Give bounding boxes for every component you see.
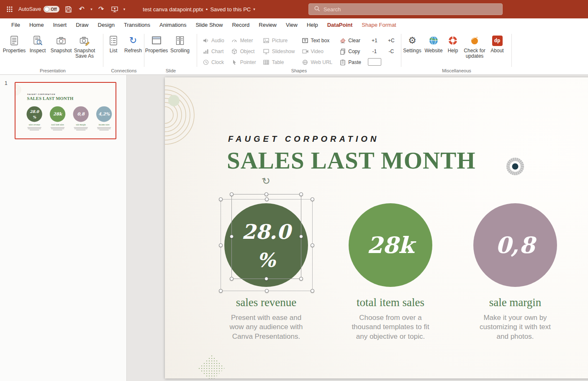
selection-handle[interactable]: [299, 192, 303, 196]
check-for-updates-button[interactable]: Check for updates: [461, 34, 488, 59]
present-icon[interactable]: [110, 5, 119, 14]
stat-description[interactable]: Choose from over a thousand templates to…: [350, 313, 431, 341]
stat-sale-margin: 0,8 sale margin Make it your own by cust…: [467, 203, 563, 341]
help-button[interactable]: Help: [444, 34, 461, 54]
selection-handle[interactable]: [265, 197, 269, 201]
selection-handle[interactable]: [265, 289, 269, 293]
selection-handle[interactable]: [264, 277, 268, 281]
undo-icon[interactable]: ↶: [77, 5, 86, 14]
stat-unit[interactable]: %: [257, 247, 275, 274]
menu-tab-review[interactable]: Review: [254, 22, 281, 28]
selection-handle[interactable]: [219, 243, 223, 247]
menu-tab-file[interactable]: File: [7, 22, 25, 28]
selection-handle[interactable]: [230, 277, 234, 281]
circle-decoration[interactable]: [168, 95, 180, 106]
redo-icon[interactable]: ↷: [97, 5, 106, 14]
quick-access-dropdown-icon[interactable]: ▾: [123, 8, 126, 11]
stat-label[interactable]: sale margin: [467, 296, 563, 309]
menu-tab-home[interactable]: Home: [25, 22, 49, 28]
stat-description[interactable]: Present with ease and wow any audience w…: [226, 313, 306, 341]
selection-handle[interactable]: [230, 235, 234, 238]
about-button[interactable]: dp About: [488, 34, 506, 54]
selection-handle[interactable]: [311, 243, 314, 247]
menu-tab-insert[interactable]: Insert: [49, 22, 72, 28]
minus-c-button[interactable]: -C: [388, 46, 394, 57]
copy-icon: [339, 48, 346, 55]
stat-value[interactable]: 0,8: [496, 233, 535, 257]
selection-handle[interactable]: [219, 289, 223, 293]
list-button[interactable]: List: [104, 34, 123, 54]
menu-tab-view[interactable]: View: [281, 22, 302, 28]
plus-one-button[interactable]: +1: [372, 35, 377, 46]
chart-icon: [202, 48, 209, 55]
table-icon: [263, 59, 270, 66]
undo-dropdown-icon[interactable]: ▾: [90, 8, 92, 11]
document-name: test canva datapoint.pptx: [143, 6, 203, 13]
target-decoration[interactable]: [506, 157, 524, 176]
search-input[interactable]: [324, 6, 497, 13]
selection-handle[interactable]: [311, 197, 314, 201]
brand-text[interactable]: FAUGET CORPORATION: [228, 134, 379, 144]
arc-decoration[interactable]: [165, 82, 198, 174]
selection-handle[interactable]: [264, 192, 268, 196]
app-icon[interactable]: [5, 5, 14, 14]
selection-handle[interactable]: [299, 277, 303, 281]
stat-value[interactable]: 28.0: [242, 217, 291, 247]
menu-tab-datapoint[interactable]: DataPoint: [323, 22, 357, 28]
slide-properties-button[interactable]: Properties: [145, 34, 168, 54]
slide-thumbnail[interactable]: FAUGET CORPORATION SALES LAST MONTH 28.0…: [15, 82, 116, 139]
stat-circle[interactable]: 28k: [349, 203, 432, 287]
snapshot-save-as-button[interactable]: Snapshot Save As: [73, 34, 96, 59]
menu-tab-transitions[interactable]: Transitions: [119, 22, 155, 28]
stat-circle[interactable]: 28.0 %: [224, 203, 308, 287]
paste-button[interactable]: Paste: [339, 57, 361, 68]
refresh-button[interactable]: ↻ Refresh: [123, 34, 143, 54]
presentation-properties-button[interactable]: Properties: [3, 34, 26, 54]
menu-tab-animations[interactable]: Animations: [155, 22, 191, 28]
menu-tab-shape-format[interactable]: Shape Format: [357, 22, 401, 28]
shapes-textbox-button[interactable]: Text box: [301, 35, 332, 46]
stat-value[interactable]: 28k: [367, 233, 414, 257]
snapshot-button[interactable]: Snapshot: [49, 34, 73, 54]
button-label: Object: [240, 49, 255, 54]
menu-tab-help[interactable]: Help: [302, 22, 323, 28]
menu-tab-record[interactable]: Record: [227, 22, 254, 28]
search-box[interactable]: [308, 3, 503, 15]
plus-c-button[interactable]: +C: [388, 35, 395, 46]
button-label: List: [110, 48, 118, 54]
slide-title-text[interactable]: SALES LAST MONTH: [227, 147, 476, 174]
title-dropdown-icon[interactable]: ▾: [253, 8, 255, 11]
selection-handle[interactable]: [299, 235, 303, 238]
settings-button[interactable]: ⚙ Settings: [402, 34, 423, 54]
slide-canvas[interactable]: FAUGET CORPORATION SALES LAST MONTH 28.0…: [165, 77, 588, 378]
selection-handle[interactable]: [311, 289, 314, 293]
clear-button[interactable]: Clear: [339, 35, 361, 46]
datapoint-counter-input[interactable]: [368, 58, 381, 66]
selection-handle[interactable]: [219, 197, 223, 201]
website-button[interactable]: Website: [423, 34, 444, 54]
snapshot-save-as-icon: [79, 35, 90, 46]
menu-tab-slideshow[interactable]: Slide Show: [191, 22, 227, 28]
stat-label[interactable]: sales revenue: [218, 296, 314, 309]
autosave-toggle[interactable]: Off: [44, 6, 59, 13]
diamond-decoration[interactable]: [198, 355, 225, 378]
mini-slide: FAUGET CORPORATION SALES LAST MONTH 28.0…: [15, 83, 116, 139]
menu-tab-draw[interactable]: Draw: [71, 22, 93, 28]
document-title[interactable]: test canva datapoint.pptx • Saved to thi…: [143, 6, 255, 13]
minus-one-button[interactable]: -1: [372, 46, 377, 57]
save-icon[interactable]: [64, 5, 73, 14]
stat-circle[interactable]: 0,8: [473, 203, 557, 287]
selection-handle[interactable]: [230, 192, 234, 196]
copy-button[interactable]: Copy: [339, 46, 361, 57]
inspect-button[interactable]: Inspect: [26, 34, 49, 54]
button-label: Web URL: [311, 59, 332, 65]
autosave-control[interactable]: AutoSave Off: [18, 6, 59, 13]
scrolling-button[interactable]: Scrolling: [168, 34, 192, 54]
object-icon: [231, 48, 238, 55]
mini-stat: 28k total item sales: [49, 106, 67, 131]
shapes-clock-button: Clock: [202, 57, 224, 68]
stat-description[interactable]: Make it your own by customizing it with …: [475, 313, 555, 341]
stat-label[interactable]: total item sales: [342, 296, 439, 309]
rotate-handle-icon[interactable]: ↻: [261, 175, 272, 187]
menu-tab-design[interactable]: Design: [93, 22, 119, 28]
